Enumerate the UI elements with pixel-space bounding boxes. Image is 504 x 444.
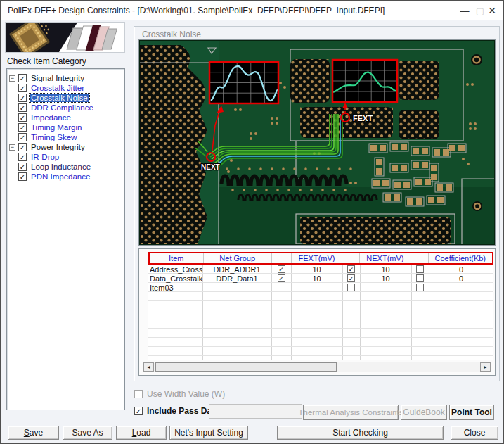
fext-label: FEXT: [353, 114, 373, 122]
include-pass-checkbox[interactable]: ✓: [134, 407, 143, 415]
next-label: NEXT: [201, 163, 220, 171]
start-checking-button[interactable]: Start Checking: [277, 426, 444, 440]
coef-checkbox[interactable]: [416, 274, 424, 282]
pass-data-field: [209, 404, 302, 419]
table-row[interactable]: Data_Crosstalk DDR_Data1 ✓ 10 ✓ 10 0: [148, 274, 493, 283]
checkbox[interactable]: ✓: [18, 94, 27, 102]
col-header-net-group[interactable]: Net Group: [204, 253, 272, 263]
checkbox[interactable]: ✓: [18, 153, 27, 161]
cell-next[interactable]: 10: [360, 274, 411, 283]
cell-net-group[interactable]: DDR_Data1: [202, 274, 271, 283]
pcb-preview-image: NEXT FEXT: [138, 39, 496, 246]
horizontal-scrollbar[interactable]: ◄ ►: [143, 362, 491, 372]
use-width-checkbox: [134, 390, 143, 398]
tree-item-loop-inductance[interactable]: ✓ Loop Inductance: [9, 162, 92, 172]
collapse-icon[interactable]: −: [9, 144, 15, 151]
nets-input-setting-button[interactable]: Net's Input Setting: [169, 426, 248, 440]
use-width-checkbox-row: Use Width Value (W): [134, 389, 225, 399]
cell-item[interactable]: Item03: [148, 283, 202, 292]
checkbox[interactable]: ✓: [18, 143, 27, 151]
point-tool-button[interactable]: Point Tool: [449, 405, 494, 420]
fext-checkbox[interactable]: ✓: [278, 274, 285, 282]
col-header-next[interactable]: NEXT(mV): [360, 253, 411, 263]
checkbox[interactable]: ✓: [18, 163, 27, 171]
tree-item-impedance[interactable]: ✓ Impedance: [9, 113, 72, 122]
col-header-item[interactable]: Item: [150, 253, 204, 263]
guidebook-button: GuideBook: [401, 405, 447, 420]
tree-item-timing-skew[interactable]: ✓ Timing Skew: [9, 132, 78, 142]
include-pass-checkbox-row[interactable]: ✓ Include Pass Data: [134, 406, 219, 416]
checkbox[interactable]: ✓: [18, 103, 27, 112]
scroll-left-icon[interactable]: ◄: [143, 362, 154, 372]
checkbox[interactable]: ✓: [18, 123, 27, 132]
col-header-fext[interactable]: FEXT(mV): [292, 253, 343, 263]
cell-net-group[interactable]: DDR_ADDR1: [202, 265, 271, 274]
cell-next[interactable]: 10: [360, 265, 411, 274]
use-width-label: Use Width Value (W): [147, 389, 225, 399]
cell-item[interactable]: Data_Crosstalk: [148, 274, 202, 283]
cell-coefficient[interactable]: 0: [429, 274, 493, 283]
checkbox[interactable]: ✓: [18, 113, 27, 122]
save-button[interactable]: Save: [8, 426, 59, 440]
coef-checkbox[interactable]: [416, 284, 424, 291]
save-as-button[interactable]: Save As: [63, 426, 112, 440]
next-checkbox[interactable]: ✓: [347, 274, 355, 282]
checkbox[interactable]: ✓: [18, 74, 27, 82]
col-header-coefficient[interactable]: Coefficient(Kb): [429, 253, 492, 263]
table-row[interactable]: Address_Crossta DDR_ADDR1 ✓ 10 ✓ 10 0: [148, 265, 493, 274]
window-title: PollEx-DFE+ Design Constraints - [D:\Wor…: [8, 6, 385, 15]
selected-tree-item[interactable]: Crosstalk Noise: [30, 94, 89, 102]
check-item-tree: − ✓ Signal Integrity ✓ Crosstalk Jitter …: [6, 68, 125, 410]
cell-fext[interactable]: 10: [291, 274, 342, 283]
minimize-icon[interactable]: —: [455, 1, 474, 20]
dialog-window: PollEx-DFE+ Design Constraints - [D:\Wor…: [0, 0, 504, 444]
tree-item-crosstalk-jitter[interactable]: ✓ Crosstalk Jitter: [9, 83, 86, 93]
table-row[interactable]: Item03: [148, 283, 493, 292]
col-header-coef-check[interactable]: [411, 253, 429, 263]
coef-checkbox[interactable]: [416, 265, 424, 273]
tree-item-pdn-impedance[interactable]: ✓ PDN Impedance: [9, 172, 91, 182]
close-button[interactable]: Close: [451, 426, 498, 440]
close-icon[interactable]: ✕: [484, 1, 500, 20]
checkbox[interactable]: ✓: [18, 84, 27, 92]
category-label: Check Item Category: [7, 56, 86, 66]
cell-fext[interactable]: [291, 283, 342, 292]
scrollbar-thumb[interactable]: [155, 362, 337, 372]
tree-item-crosstalk-noise[interactable]: ✓ Crosstalk Noise: [9, 93, 89, 103]
tree-item-power-integrity[interactable]: − ✓ Power Integrity: [9, 142, 86, 152]
constraints-table: Item Net Group FEXT(mV) NEXT(mV) Coeffic…: [138, 248, 496, 376]
col-header-next-check[interactable]: [342, 253, 360, 263]
tree-item-signal-integrity[interactable]: − ✓ Signal Integrity: [9, 73, 86, 83]
collapse-icon[interactable]: −: [9, 75, 15, 82]
banner-image: [5, 22, 125, 53]
next-checkbox[interactable]: [347, 284, 355, 291]
table-header-row: Item Net Group FEXT(mV) NEXT(mV) Coeffic…: [148, 252, 493, 265]
checkbox[interactable]: ✓: [18, 172, 27, 181]
tree-item-ddr-compliance[interactable]: ✓ DDR Compliance: [9, 103, 95, 113]
cell-net-group[interactable]: [202, 283, 271, 292]
title-bar: PollEx-DFE+ Design Constraints - [D:\Wor…: [1, 1, 503, 20]
tree-item-ir-drop[interactable]: ✓ IR-Drop: [9, 152, 60, 162]
fext-checkbox[interactable]: [278, 284, 285, 291]
table-body: Address_Crossta DDR_ADDR1 ✓ 10 ✓ 10 0 Da…: [148, 265, 493, 360]
thermal-analysis-button: Thermal Analysis Constraints: [303, 405, 399, 420]
tree-item-timing-margin[interactable]: ✓ Timing Margin: [9, 122, 83, 132]
cell-coefficient[interactable]: [429, 283, 493, 292]
checkbox[interactable]: ✓: [18, 133, 27, 141]
next-checkbox[interactable]: ✓: [347, 265, 355, 273]
cell-fext[interactable]: 10: [291, 265, 342, 274]
cell-item[interactable]: Address_Crossta: [148, 265, 202, 274]
load-button[interactable]: Load: [116, 426, 167, 440]
scroll-right-icon[interactable]: ►: [480, 362, 491, 372]
col-header-fext-check[interactable]: [272, 253, 292, 263]
cell-next[interactable]: [360, 283, 411, 292]
cell-coefficient[interactable]: 0: [429, 265, 493, 274]
fext-checkbox[interactable]: ✓: [278, 265, 285, 273]
groupbox-title: Crosstalk Noise: [142, 30, 201, 39]
